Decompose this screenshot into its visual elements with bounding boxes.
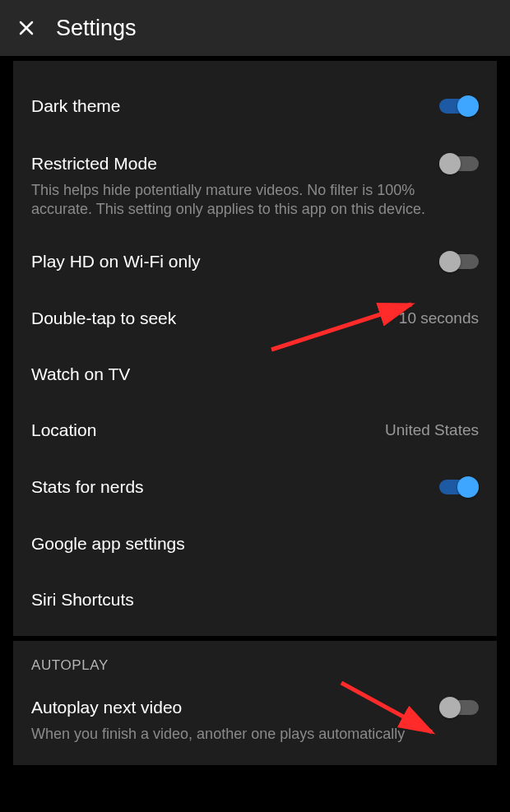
double-tap-row[interactable]: Double-tap to seek 10 seconds	[13, 290, 497, 346]
siri-shortcuts-label: Siri Shortcuts	[31, 590, 134, 610]
restricted-mode-row[interactable]: Restricted Mode	[13, 135, 497, 181]
stats-for-nerds-label: Stats for nerds	[31, 477, 144, 497]
google-app-settings-label: Google app settings	[31, 534, 185, 554]
general-settings-panel: Dark theme Restricted Mode This helps hi…	[13, 61, 497, 636]
autoplay-next-row[interactable]: Autoplay next video	[13, 679, 497, 725]
location-value: United States	[385, 421, 479, 439]
dark-theme-toggle[interactable]	[439, 95, 479, 117]
google-app-settings-row[interactable]: Google app settings	[13, 516, 497, 572]
dark-theme-label: Dark theme	[31, 96, 121, 116]
close-icon	[16, 18, 36, 38]
stats-for-nerds-row[interactable]: Stats for nerds	[13, 458, 497, 516]
dark-theme-row[interactable]: Dark theme	[13, 77, 497, 135]
double-tap-label: Double-tap to seek	[31, 309, 176, 328]
autoplay-panel: AUTOPLAY Autoplay next video When you fi…	[13, 641, 497, 765]
autoplay-next-toggle[interactable]	[439, 697, 479, 718]
watch-on-tv-row[interactable]: Watch on TV	[13, 346, 497, 402]
stats-for-nerds-toggle[interactable]	[439, 476, 479, 498]
restricted-mode-label: Restricted Mode	[31, 154, 157, 174]
settings-header: Settings	[0, 0, 510, 56]
play-hd-wifi-row[interactable]: Play HD on Wi-Fi only	[13, 233, 497, 290]
restricted-mode-desc: This helps hide potentially mature video…	[13, 181, 497, 233]
restricted-mode-toggle[interactable]	[439, 153, 479, 174]
close-button[interactable]	[13, 15, 39, 41]
play-hd-wifi-toggle[interactable]	[439, 251, 479, 272]
double-tap-value: 10 seconds	[399, 309, 479, 327]
autoplay-next-label: Autoplay next video	[31, 698, 182, 717]
play-hd-wifi-label: Play HD on Wi-Fi only	[31, 252, 200, 271]
siri-shortcuts-row[interactable]: Siri Shortcuts	[13, 572, 497, 628]
page-title: Settings	[56, 16, 137, 41]
autoplay-section-header: AUTOPLAY	[13, 641, 497, 679]
watch-on-tv-label: Watch on TV	[31, 364, 130, 384]
location-row[interactable]: Location United States	[13, 402, 497, 458]
autoplay-next-desc: When you finish a video, another one pla…	[13, 725, 497, 757]
location-label: Location	[31, 420, 96, 440]
